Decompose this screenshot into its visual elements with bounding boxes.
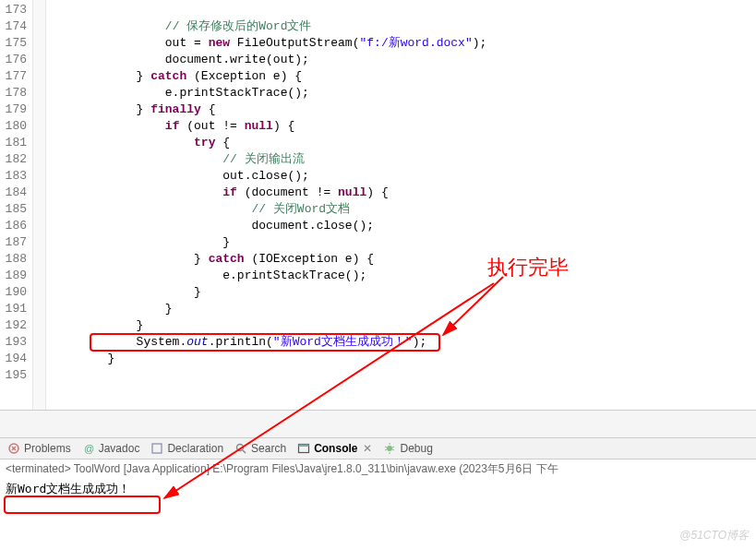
tab-label: Declaration: [167, 442, 223, 455]
line-number: 183: [4, 168, 27, 185]
line-number: 184: [4, 185, 27, 201]
tab-declaration[interactable]: Declaration: [150, 442, 223, 455]
tab-problems[interactable]: Problems: [7, 442, 71, 455]
tab-debug[interactable]: Debug: [383, 442, 432, 455]
line-number: 176: [4, 52, 27, 68]
problems-icon: [7, 442, 20, 455]
debug-icon: [383, 442, 396, 455]
line-number: 182: [4, 151, 27, 168]
line-number: 192: [4, 317, 27, 334]
tab-label: Javadoc: [99, 442, 140, 455]
line-number: 195: [4, 367, 27, 384]
tab-label: Problems: [24, 442, 71, 455]
javadoc-icon: @: [82, 442, 95, 455]
console-icon: [297, 442, 310, 455]
svg-point-5: [237, 445, 244, 451]
line-number: 194: [4, 351, 27, 367]
svg-line-15: [392, 449, 394, 450]
console-header: <terminated> ToolWord [Java Application]…: [0, 459, 756, 479]
svg-line-6: [243, 450, 246, 453]
line-number: 174: [4, 18, 27, 35]
panel-gap: [0, 411, 756, 438]
tab-search[interactable]: Search: [234, 442, 286, 455]
line-number: 189: [4, 268, 27, 284]
line-number: 180: [4, 118, 27, 135]
svg-rect-8: [299, 445, 309, 448]
code-editor[interactable]: 1731741751761771781791801811821831841851…: [0, 0, 756, 411]
svg-rect-4: [152, 444, 162, 453]
svg-line-13: [392, 447, 394, 448]
svg-line-14: [385, 449, 387, 450]
svg-point-9: [387, 446, 392, 451]
svg-text:@: @: [84, 443, 94, 454]
bottom-panel-tabs: Problems @ Javadoc Declaration Search Co…: [0, 438, 756, 459]
console-output[interactable]: 新Word文档生成成功！: [0, 479, 756, 499]
marker-column: [33, 0, 46, 410]
line-number: 177: [4, 68, 27, 85]
line-number: 185: [4, 201, 27, 218]
close-icon[interactable]: ✕: [363, 442, 372, 455]
svg-line-12: [385, 447, 387, 448]
line-number: 179: [4, 101, 27, 118]
tab-console[interactable]: Console ✕: [297, 442, 372, 455]
line-number: 190: [4, 284, 27, 301]
line-number: 187: [4, 234, 27, 251]
line-number: 191: [4, 301, 27, 317]
line-number: 188: [4, 251, 27, 268]
watermark: @51CTO博客: [679, 528, 749, 543]
line-number: 186: [4, 218, 27, 234]
declaration-icon: [150, 442, 163, 455]
code-area[interactable]: // 保存修改后的Word文件 out = new FileOutputStre…: [46, 0, 756, 410]
tab-label: Console: [314, 442, 357, 455]
line-number: 178: [4, 85, 27, 101]
search-icon: [234, 442, 247, 455]
line-number: 181: [4, 135, 27, 151]
tab-label: Debug: [400, 442, 432, 455]
tab-label: Search: [251, 442, 286, 455]
line-number: 173: [4, 2, 27, 18]
tab-javadoc[interactable]: @ Javadoc: [82, 442, 140, 455]
line-number-gutter: 1731741751761771781791801811821831841851…: [0, 0, 33, 410]
line-number: 175: [4, 35, 27, 52]
line-number: 193: [4, 334, 27, 351]
